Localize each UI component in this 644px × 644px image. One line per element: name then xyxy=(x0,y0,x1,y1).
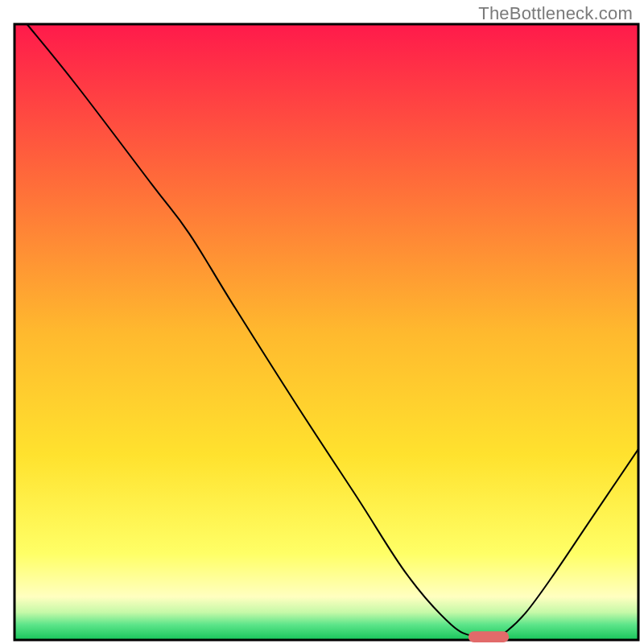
chart-container: TheBottleneck.com xyxy=(0,0,644,644)
watermark-label: TheBottleneck.com xyxy=(478,3,633,24)
chart-background xyxy=(14,24,638,640)
optimum-marker xyxy=(469,631,509,642)
bottleneck-chart xyxy=(0,0,644,644)
